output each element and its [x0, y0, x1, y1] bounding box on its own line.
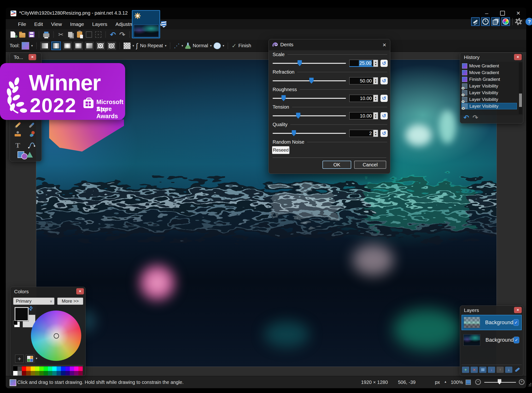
menu-file[interactable]: File	[14, 19, 30, 29]
menu-image[interactable]: Image	[66, 19, 88, 29]
refraction-slider-thumb[interactable]	[309, 78, 314, 84]
history-item[interactable]: Finish Gradient	[461, 76, 516, 82]
layers-toggle-button[interactable]	[491, 17, 500, 26]
menu-edit[interactable]: Edit	[30, 19, 47, 29]
palette-swatch[interactable]	[26, 366, 30, 371]
add-palette-color-button[interactable]: ＋	[15, 355, 24, 363]
dialog-close-icon[interactable]: ×	[383, 41, 386, 49]
antialias-icon[interactable]: ⋰	[174, 42, 180, 49]
palette-swatch[interactable]	[61, 371, 65, 375]
save-icon[interactable]	[28, 31, 35, 38]
palette-swatch[interactable]	[61, 366, 65, 371]
wheel-selector-ring[interactable]	[54, 333, 59, 339]
alpha-mode-icon[interactable]	[123, 42, 131, 49]
tool-color-picker[interactable]	[27, 121, 37, 129]
repeat-dropdown-icon[interactable]: ▾	[165, 44, 167, 47]
scale-slider[interactable]	[273, 63, 346, 64]
menu-layers[interactable]: Layers	[88, 19, 111, 29]
delete-layer-button[interactable]: ✕	[471, 367, 478, 373]
palette-dropdown-icon[interactable]: ▾	[36, 357, 37, 360]
refraction-spinner[interactable]: ▲▼	[373, 77, 378, 84]
settings-gear-icon[interactable]	[515, 18, 522, 25]
palette-swatch[interactable]	[18, 366, 22, 371]
more-button[interactable]: More >>	[57, 298, 83, 305]
roughness-slider[interactable]	[273, 98, 346, 99]
selection-blob-icon[interactable]	[214, 42, 221, 49]
gradient-linear-button[interactable]	[40, 42, 49, 50]
duplicate-layer-button[interactable]	[479, 367, 486, 373]
palette-swatch[interactable]	[22, 371, 26, 375]
zoom-out-icon[interactable]: −	[475, 379, 481, 385]
open-icon[interactable]	[18, 31, 26, 38]
merge-down-button[interactable]: ↓	[488, 367, 495, 373]
palette-swatch[interactable]	[57, 371, 61, 375]
tools-panel-close-icon[interactable]: ×	[29, 54, 36, 60]
quality-slider-thumb[interactable]	[292, 130, 296, 136]
gradient-reflected-button[interactable]	[51, 41, 61, 50]
alpha-mode-dropdown-icon[interactable]: ▾	[133, 44, 134, 47]
tool-text[interactable]: T	[13, 141, 23, 150]
menu-view[interactable]: View	[47, 19, 66, 29]
palette-swatch[interactable]	[78, 371, 83, 375]
quality-slider[interactable]	[273, 133, 346, 134]
gradient-tool-swatch[interactable]	[22, 42, 29, 50]
palette-swatch[interactable]	[22, 366, 26, 371]
gradient-radial-button[interactable]	[74, 42, 83, 50]
refraction-slider[interactable]	[273, 80, 346, 81]
default-colors-icon[interactable]	[14, 322, 20, 327]
redo-icon[interactable]: ↷	[118, 31, 126, 38]
history-panel-close-icon[interactable]: ×	[514, 54, 522, 60]
tool-line-curve[interactable]	[27, 141, 37, 150]
move-layer-down-button[interactable]: ↓	[505, 367, 512, 373]
copy-icon[interactable]	[66, 31, 74, 38]
history-item[interactable]: Layer Visibility	[461, 96, 516, 103]
palette-swatch[interactable]	[65, 366, 70, 371]
color-wheel[interactable]	[31, 311, 81, 361]
roughness-value-input[interactable]: 10.00	[349, 95, 373, 102]
ok-button[interactable]: OK	[322, 161, 351, 169]
palette-swatch[interactable]	[13, 371, 18, 375]
colors-panel-close-icon[interactable]: ×	[76, 288, 84, 294]
history-scrollbar-thumb[interactable]	[519, 94, 522, 107]
zoom-in-icon[interactable]: +	[519, 379, 525, 385]
layer-row-bottom[interactable]: Background ✓	[462, 333, 522, 347]
print-icon[interactable]	[42, 31, 50, 38]
history-item[interactable]: Move Gradient	[461, 69, 516, 76]
palette-swatch[interactable]	[44, 371, 48, 375]
history-toggle-button[interactable]	[481, 17, 490, 26]
layer-row-top[interactable]: Background ✓	[462, 315, 522, 330]
layer-visible-checkbox[interactable]: ✓	[513, 319, 519, 326]
cut-icon[interactable]: ✂	[57, 31, 65, 38]
zoom-value[interactable]: 100%	[451, 380, 463, 385]
scale-slider-thumb[interactable]	[298, 60, 302, 66]
history-redo-icon[interactable]: ↷	[473, 114, 478, 122]
cancel-button[interactable]: Cancel	[354, 161, 386, 169]
palette-menu-button[interactable]	[26, 355, 34, 363]
move-layer-up-button[interactable]: ↑	[497, 367, 504, 373]
palette-swatch[interactable]	[70, 366, 74, 371]
palette-swatch[interactable]	[31, 371, 35, 375]
antialias-dropdown-icon[interactable]: ▾	[181, 44, 183, 47]
layer-properties-button[interactable]	[514, 367, 521, 373]
history-item[interactable]: Layer Visibility	[461, 89, 516, 96]
palette-swatch[interactable]	[18, 371, 22, 375]
history-undo-icon[interactable]: ↶	[463, 114, 469, 122]
primary-color-swatch[interactable]	[15, 307, 29, 321]
history-item[interactable]: Layer Visibility	[461, 83, 516, 89]
paste-icon[interactable]	[76, 31, 83, 38]
new-image-icon[interactable]: +	[9, 31, 17, 38]
repeat-mode-value[interactable]: No Repeat	[140, 43, 163, 48]
gradient-cone-button[interactable]	[85, 42, 94, 50]
crop-icon[interactable]	[85, 31, 93, 38]
add-layer-button[interactable]: ＋	[462, 367, 469, 373]
palette-swatch[interactable]	[52, 371, 57, 375]
blend-mode-value[interactable]: Normal	[193, 43, 208, 48]
scale-reset-button[interactable]: ↺	[380, 60, 388, 67]
palette-swatch[interactable]	[35, 366, 39, 371]
undo-icon[interactable]: ↶	[109, 31, 117, 38]
layers-panel-close-icon[interactable]: ×	[514, 307, 522, 313]
zoom-fit-icon[interactable]	[466, 380, 471, 385]
tension-reset-button[interactable]: ↺	[380, 112, 388, 119]
finish-button[interactable]: Finish	[238, 43, 251, 48]
layer-visible-checkbox[interactable]: ✓	[514, 337, 519, 343]
